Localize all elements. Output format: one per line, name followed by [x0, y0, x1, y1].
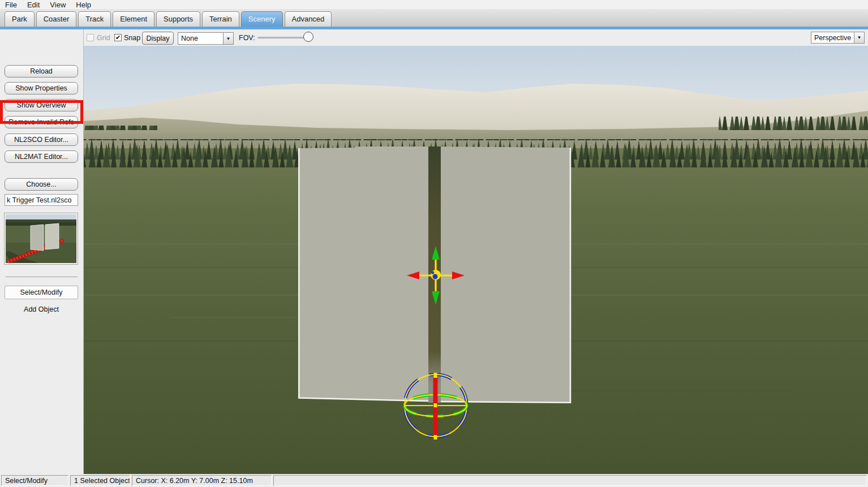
tab-bar: Park Coaster Track Element Supports Terr…	[0, 9, 868, 27]
dropdown-arrow-icon[interactable]: ▼	[854, 32, 864, 43]
tab-element[interactable]: Element	[113, 11, 154, 27]
snap-label: Snap	[124, 34, 140, 42]
status-cursor-position: Cursor: X: 6.20m Y: 7.00m Z: 15.10m	[132, 475, 272, 486]
grid-label: Grid	[97, 34, 110, 42]
scenery-preview-image	[6, 214, 76, 263]
tab-scenery[interactable]: Scenery	[241, 11, 283, 27]
tab-advanced[interactable]: Advanced	[285, 11, 332, 27]
tab-track[interactable]: Track	[78, 11, 111, 27]
nl2sco-editor-button[interactable]: NL2SCO Editor...	[5, 133, 78, 146]
tab-coaster[interactable]: Coaster	[36, 11, 77, 27]
fov-slider-thumb[interactable]	[303, 32, 313, 42]
scenery-sidebar: Reload Show Properties Show Overview Rem…	[0, 29, 84, 474]
status-spacer	[273, 475, 867, 486]
menu-item-edit[interactable]: Edit	[23, 1, 44, 9]
tab-supports[interactable]: Supports	[156, 11, 200, 27]
scenery-panel-left[interactable]	[298, 146, 428, 402]
tab-terrain[interactable]: Terrain	[202, 11, 239, 27]
reload-button[interactable]: Reload	[5, 65, 78, 77]
scenery-file-field[interactable]	[5, 194, 78, 206]
add-object-mode-button[interactable]: Add Object	[5, 304, 78, 315]
snap-checkbox[interactable]: ✔	[114, 34, 122, 41]
sidebar-divider	[6, 277, 78, 277]
fov-slider[interactable]	[257, 29, 314, 46]
dropdown-arrow-icon[interactable]: ▼	[223, 33, 233, 44]
menu-bar: File Edit View Help	[0, 0, 868, 9]
view-mode-dropdown-value: Perspective	[811, 34, 854, 42]
grid-checkbox[interactable]	[87, 34, 94, 41]
nl2mat-editor-button[interactable]: NL2MAT Editor...	[5, 150, 78, 163]
checkmark-icon: ✔	[115, 34, 121, 41]
menu-item-help[interactable]: Help	[72, 1, 95, 9]
view-mode-dropdown[interactable]: Perspective ▼	[811, 32, 865, 44]
select-modify-mode-button[interactable]: Select/Modify	[5, 286, 78, 299]
scenery-toolbar: Grid ✔ Snap Display None ▼ FOV: Perspect…	[84, 29, 868, 46]
nolimits2-editor-window: File Edit View Help Park Coaster Track E…	[0, 0, 868, 487]
tab-park[interactable]: Park	[5, 11, 35, 27]
show-properties-button[interactable]: Show Properties	[5, 82, 78, 94]
viewport-canvas[interactable]	[84, 46, 868, 474]
scenery-display-dropdown[interactable]: None ▼	[178, 32, 234, 45]
scenery-preview-thumbnail	[5, 213, 78, 264]
remove-invalid-refs-button[interactable]: Remove Invalid Refs	[5, 116, 78, 128]
scenery-display-dropdown-value: None	[178, 35, 223, 42]
status-mode: Select/Modify	[1, 475, 68, 486]
menu-item-view[interactable]: View	[46, 1, 70, 9]
choose-button[interactable]: Choose...	[5, 178, 78, 191]
status-bar: Select/Modify 1 Selected Object Cursor: …	[0, 474, 868, 487]
menu-item-file[interactable]: File	[1, 1, 21, 9]
display-button[interactable]: Display	[142, 32, 174, 45]
viewport-3d[interactable]	[84, 46, 868, 474]
fov-label: FOV:	[239, 34, 255, 42]
show-overview-button[interactable]: Show Overview	[5, 99, 78, 111]
status-selection: 1 Selected Object	[70, 475, 130, 486]
